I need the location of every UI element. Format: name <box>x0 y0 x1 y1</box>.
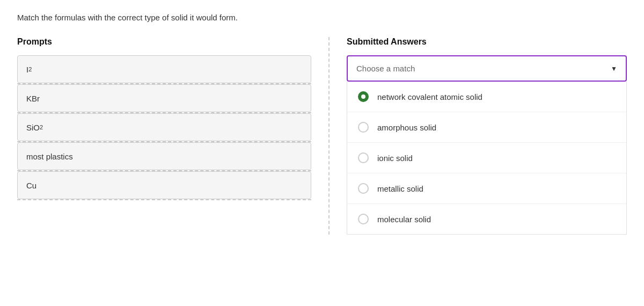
option-label-network-covalent: network covalent atomic solid <box>377 92 482 101</box>
prompt-plastics: most plastics <box>17 142 311 170</box>
choose-match-dropdown[interactable]: Choose a match ▼ <box>347 55 627 82</box>
radio-ionic[interactable] <box>358 152 369 163</box>
prompt-kbr: KBr <box>17 84 311 112</box>
radio-molecular[interactable] <box>358 214 369 224</box>
option-label-amorphous: amorphous solid <box>377 123 436 132</box>
radio-metallic[interactable] <box>358 183 369 194</box>
prompt-cu: Cu <box>17 171 311 199</box>
radio-network-covalent[interactable] <box>358 91 369 102</box>
prompts-header: Prompts <box>17 37 311 47</box>
dropdown-options-list: network covalent atomic solid amorphous … <box>347 82 627 235</box>
answers-header: Submitted Answers <box>347 37 627 47</box>
instruction-text: Match the formulas with the correct type… <box>17 13 627 22</box>
option-molecular[interactable]: molecular solid <box>347 204 626 234</box>
option-metallic[interactable]: metallic solid <box>347 173 626 204</box>
option-label-ionic: ionic solid <box>377 154 413 163</box>
option-label-metallic: metallic solid <box>377 184 423 193</box>
prompt-i2: I2 <box>17 55 311 83</box>
radio-amorphous[interactable] <box>358 122 369 133</box>
dropdown-placeholder: Choose a match <box>356 64 415 73</box>
chevron-down-icon: ▼ <box>611 65 617 72</box>
option-label-molecular: molecular solid <box>377 215 431 224</box>
option-amorphous[interactable]: amorphous solid <box>347 112 626 143</box>
option-network-covalent[interactable]: network covalent atomic solid <box>347 82 626 112</box>
option-ionic[interactable]: ionic solid <box>347 143 626 173</box>
prompt-sio2: SiO2 <box>17 113 311 141</box>
